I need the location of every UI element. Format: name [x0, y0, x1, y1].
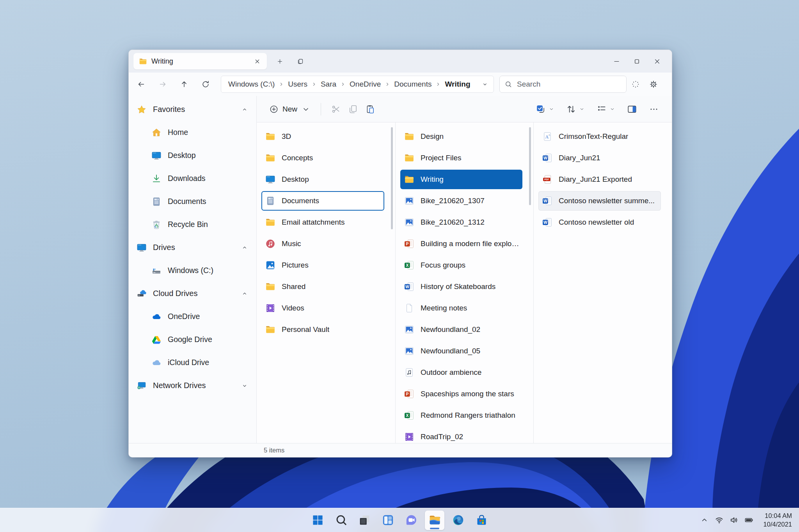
breadcrumb-segment[interactable]: Users — [286, 79, 319, 90]
breadcrumb-label[interactable]: Sara — [319, 79, 338, 90]
sidebar-item[interactable]: Desktop — [129, 146, 256, 165]
taskbar-app-button[interactable] — [472, 511, 491, 530]
sidebar-item[interactable]: Windows (C:) — [129, 261, 256, 280]
sidebar-section-cloud-drives[interactable]: Cloud Drives — [129, 284, 256, 303]
sidebar-section-favorites[interactable]: Favorites — [129, 100, 256, 119]
file-list-item[interactable]: PDF Diary_Jun21 Exported — [538, 170, 661, 189]
taskbar-app-button[interactable] — [308, 511, 327, 530]
sync-status-button[interactable] — [627, 76, 645, 93]
file-list-item[interactable]: Music — [261, 234, 384, 254]
taskbar-app-button[interactable] — [331, 511, 351, 530]
file-list-item[interactable]: W Contoso newsletter old — [538, 213, 661, 232]
taskbar-app-button[interactable] — [425, 511, 444, 530]
file-list-item[interactable]: Concepts — [261, 148, 384, 168]
sidebar-item[interactable]: iCloud Drive — [129, 353, 256, 372]
cut-button[interactable] — [327, 101, 344, 117]
file-list-item[interactable]: Pictures — [261, 255, 384, 275]
taskbar-app-button[interactable] — [378, 511, 398, 530]
settings-button[interactable] — [645, 76, 662, 93]
maximize-button[interactable] — [627, 53, 647, 69]
file-list-item[interactable]: RoadTrip_02 — [400, 427, 522, 443]
sidebar-item[interactable]: Downloads — [129, 169, 256, 188]
file-list-item[interactable]: Writing — [400, 170, 522, 189]
file-list-item[interactable]: W Diary_Jun21 — [538, 148, 661, 168]
file-list-item[interactable]: W Contoso newsletter summe... — [538, 191, 661, 211]
chevron-up-icon[interactable] — [241, 245, 248, 251]
select-button[interactable] — [532, 101, 558, 117]
sidebar-item[interactable]: OneDrive — [129, 307, 256, 326]
breadcrumb-label[interactable]: OneDrive — [348, 79, 382, 90]
breadcrumb-label[interactable]: Writing — [443, 79, 472, 90]
sidebar-item[interactable]: Google Drive — [129, 330, 256, 349]
new-button[interactable]: New — [265, 102, 314, 117]
back-button[interactable] — [132, 76, 151, 93]
file-list-item[interactable]: AA CrimsonText-Regular — [538, 127, 661, 146]
up-button[interactable] — [175, 76, 194, 93]
sidebar-item[interactable]: Documents — [129, 192, 256, 211]
close-window-button[interactable] — [647, 53, 667, 69]
breadcrumb-segment[interactable]: Writing — [443, 79, 472, 90]
file-list-item[interactable]: Outdoor ambience — [400, 363, 522, 382]
file-list-item[interactable]: 3D — [261, 127, 384, 146]
explorer-tab[interactable]: Writing — [133, 53, 267, 69]
breadcrumb-segment[interactable]: Documents — [392, 79, 443, 90]
sort-button[interactable] — [563, 101, 588, 117]
chevron-up-icon[interactable] — [241, 291, 248, 297]
minimize-button[interactable] — [606, 53, 627, 69]
paste-button[interactable] — [362, 101, 379, 117]
address-dropdown-icon[interactable] — [482, 81, 488, 87]
sidebar-item[interactable]: Home — [129, 123, 256, 142]
chevron-down-icon[interactable] — [241, 383, 248, 389]
file-list-item[interactable]: Design — [400, 127, 522, 146]
tab-close-button[interactable] — [251, 55, 263, 67]
file-list-item[interactable]: Desktop — [261, 170, 384, 189]
view-button[interactable] — [593, 101, 619, 117]
tab-list-button[interactable] — [293, 54, 307, 69]
sidebar-section-drives[interactable]: Drives — [129, 238, 256, 257]
taskbar-app-button[interactable] — [355, 511, 374, 530]
file-list-item[interactable]: Bike_210620_1312 — [400, 213, 522, 232]
file-list-item[interactable]: W History of Skateboards — [400, 277, 522, 296]
file-list-item[interactable]: Newfoundland_02 — [400, 320, 522, 339]
more-options-button[interactable] — [645, 101, 662, 117]
copy-button[interactable] — [344, 101, 362, 117]
file-list-item[interactable]: Personal Vault — [261, 320, 384, 339]
file-list-item[interactable]: X Focus groups — [400, 255, 522, 275]
scrollbar-thumb[interactable] — [391, 127, 393, 229]
breadcrumb-segment[interactable]: OneDrive — [348, 79, 392, 90]
search-input[interactable] — [516, 80, 621, 89]
file-list-item[interactable]: P Building a modern file explor... — [400, 234, 522, 254]
scrollbar-thumb[interactable] — [529, 127, 531, 205]
tray-button[interactable] — [712, 512, 727, 528]
taskbar-app-button[interactable] — [401, 511, 421, 530]
file-list-item[interactable]: Documents — [261, 191, 384, 211]
breadcrumb-segment[interactable]: Windows (C:\) — [227, 79, 286, 90]
forward-button[interactable] — [153, 76, 172, 93]
refresh-button[interactable] — [196, 76, 215, 93]
file-list-item[interactable]: Project Files — [400, 148, 522, 168]
file-list-item[interactable]: Meeting notes — [400, 298, 522, 318]
sidebar-item[interactable]: Recycle Bin — [129, 215, 256, 234]
taskbar-app-button[interactable] — [448, 511, 468, 530]
search-box[interactable] — [499, 76, 627, 93]
breadcrumb-label[interactable]: Users — [286, 79, 309, 90]
file-list-item[interactable]: Email attatchments — [261, 213, 384, 232]
sidebar-section-network-drives[interactable]: Network Drives — [129, 376, 256, 395]
breadcrumb-segment[interactable]: Sara — [319, 79, 348, 90]
file-list-item[interactable]: Bike_210620_1307 — [400, 191, 522, 211]
file-list-item[interactable]: Shared — [261, 277, 384, 296]
file-list-item[interactable]: Videos — [261, 298, 384, 318]
breadcrumb[interactable]: Windows (C:\) Users Sara OneDrive — [221, 76, 494, 93]
file-list-item[interactable]: X Redmond Rangers triathalon — [400, 406, 522, 425]
file-list-item[interactable]: Newfoundland_05 — [400, 341, 522, 361]
taskbar-clock[interactable]: 10:04 AM 10/4/2021 — [761, 511, 794, 529]
preview-pane-button[interactable] — [623, 101, 641, 117]
new-tab-button[interactable] — [272, 54, 287, 69]
tray-button[interactable] — [727, 512, 742, 528]
breadcrumb-label[interactable]: Windows (C:\) — [227, 79, 276, 90]
chevron-up-icon[interactable] — [241, 106, 248, 113]
tray-button[interactable] — [697, 512, 712, 528]
breadcrumb-label[interactable]: Documents — [392, 79, 433, 90]
file-list-item[interactable]: P Spaceships among the stars — [400, 384, 522, 404]
tray-button[interactable] — [742, 512, 756, 528]
